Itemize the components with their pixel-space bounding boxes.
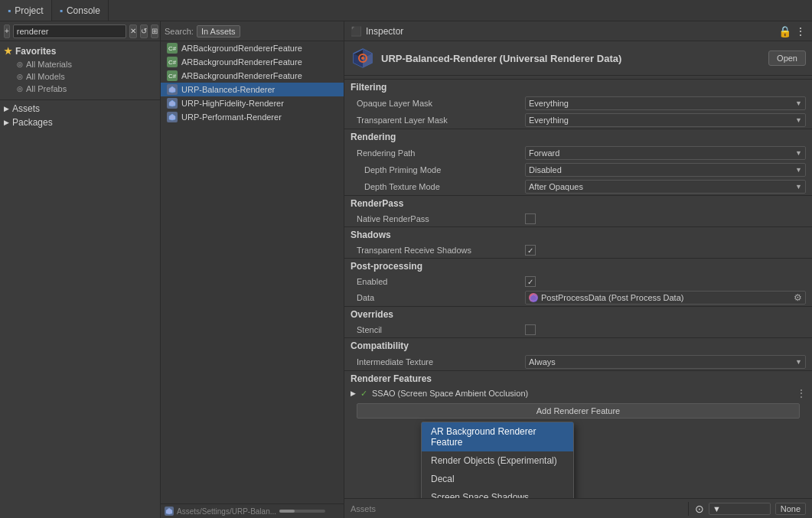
popup-item-ar-background[interactable]: AR Background Renderer Feature bbox=[422, 422, 573, 451]
postprocessing-data-label: Data bbox=[357, 293, 525, 302]
postprocessing-settings-icon[interactable]: ⚙ bbox=[794, 292, 802, 303]
top-bar: ▪ Project ▪ Console bbox=[0, 0, 812, 21]
depth-priming-mode-value: Disabled ▼ bbox=[525, 163, 806, 177]
inspector-topbar: ⬛ Inspector 🔒 ⋮ bbox=[344, 21, 812, 41]
file-item-ar3[interactable]: C# ARBackgroundRendererFeature bbox=[161, 69, 344, 83]
opaque-layer-mask-text: Everything bbox=[529, 99, 569, 108]
bottom-path-icon bbox=[165, 507, 174, 516]
overrides-label: Overrides bbox=[351, 309, 393, 320]
bottom-row: Assets ⊙ ▼ None bbox=[344, 498, 812, 518]
transparent-layer-mask-text: Everything bbox=[529, 116, 569, 125]
add-button[interactable]: + bbox=[4, 24, 10, 38]
native-renderpass-checkbox[interactable] bbox=[525, 213, 536, 224]
stencil-value bbox=[525, 324, 806, 335]
more-options-icon[interactable]: ⋮ bbox=[795, 25, 806, 37]
refresh-button[interactable]: ↺ bbox=[140, 24, 148, 38]
filtering-section: Filtering Opaque Layer Mask Everything ▼… bbox=[344, 79, 812, 129]
view-button[interactable]: ⊞ bbox=[151, 24, 158, 38]
favorites-header[interactable]: ★ Favorites bbox=[0, 44, 160, 58]
in-assets-button[interactable]: In Assets bbox=[197, 25, 240, 37]
file-item-urp-balanced[interactable]: URP-Balanced-Renderer bbox=[161, 83, 344, 96]
opaque-layer-mask-dropdown[interactable]: Everything ▼ bbox=[525, 96, 806, 110]
opaque-layer-mask-arrow: ▼ bbox=[795, 99, 802, 107]
fav-item-all-materials[interactable]: ◎ All Materials bbox=[0, 58, 160, 70]
opaque-layer-mask-value: Everything ▼ bbox=[525, 96, 806, 110]
file-icon-ar2: C# bbox=[167, 57, 178, 67]
tab-inspector[interactable]: ⬛ Inspector bbox=[351, 26, 403, 37]
intermediate-texture-dropdown[interactable]: Always ▼ bbox=[525, 355, 806, 369]
renderpass-label: RenderPass bbox=[351, 198, 403, 209]
depth-priming-mode-dropdown[interactable]: Disabled ▼ bbox=[525, 163, 806, 177]
popup-item-decal[interactable]: Decal bbox=[422, 470, 573, 488]
path-slider[interactable] bbox=[279, 510, 325, 513]
search-row: Search: In Assets bbox=[161, 21, 344, 41]
file-item-ar1[interactable]: C# ARBackgroundRendererFeature bbox=[161, 41, 344, 55]
rendering-path-row: Rendering Path Forward ▼ bbox=[344, 145, 812, 161]
ssao-check-icon[interactable]: ✓ bbox=[360, 389, 367, 399]
search-input[interactable] bbox=[13, 24, 126, 38]
transparent-receive-shadows-value bbox=[525, 245, 806, 256]
fav-label-all-models: All Models bbox=[26, 72, 65, 81]
sidebar-item-packages[interactable]: ▶ Packages bbox=[0, 116, 160, 129]
depth-texture-mode-label: Depth Texture Mode bbox=[357, 182, 525, 191]
intermediate-texture-value: Always ▼ bbox=[525, 355, 806, 369]
rendering-label: Rendering bbox=[351, 132, 396, 142]
intermediate-texture-arrow: ▼ bbox=[795, 358, 802, 366]
postprocessing-section: Post-processing Enabled Data bbox=[344, 258, 812, 306]
inspector-tab-icon: ⬛ bbox=[351, 26, 362, 37]
middle-panel: Search: In Assets C# ARBackgroundRendere… bbox=[161, 21, 344, 518]
ssao-row: ▶ ✓ SSAO (Screen Space Ambient Occlusion… bbox=[344, 386, 812, 400]
ssao-arrow-icon: ▶ bbox=[351, 389, 356, 397]
fav-item-all-prefabs[interactable]: ◎ All Prefabs bbox=[0, 83, 160, 95]
popup-item-screen-space-shadows[interactable]: Screen Space Shadows bbox=[422, 488, 573, 498]
lock-icon[interactable]: 🔒 bbox=[778, 25, 791, 37]
rendering-path-arrow: ▼ bbox=[795, 149, 802, 157]
stencil-checkbox[interactable] bbox=[525, 324, 536, 335]
rendering-path-value: Forward ▼ bbox=[525, 146, 806, 160]
open-button[interactable]: Open bbox=[768, 50, 806, 66]
left-panel: + ✕ ↺ ⊞ ★ 8 ★ Favorites ◎ All Materials … bbox=[0, 21, 161, 518]
sidebar-item-assets[interactable]: ▶ Assets bbox=[0, 102, 160, 116]
fav-item-all-models[interactable]: ◎ All Models bbox=[0, 70, 160, 83]
bottom-path-text: Assets/Settings/URP-Balan... bbox=[177, 507, 276, 516]
transparent-receive-shadows-checkbox[interactable] bbox=[525, 245, 536, 256]
ssao-label: SSAO (Screen Space Ambient Occlusion) bbox=[372, 389, 792, 398]
transparent-layer-mask-value: Everything ▼ bbox=[525, 113, 806, 127]
bottom-none-label: None bbox=[781, 504, 801, 513]
file-label-ar2: ARBackgroundRendererFeature bbox=[181, 57, 302, 67]
depth-texture-mode-text: After Opaques bbox=[529, 182, 583, 191]
add-renderer-feature-button[interactable]: Add Renderer Feature bbox=[357, 403, 800, 419]
overrides-section: Overrides Stencil bbox=[344, 306, 812, 337]
bottom-dropdown[interactable]: ▼ bbox=[709, 503, 771, 515]
rendering-section: Rendering Rendering Path Forward ▼ Depth… bbox=[344, 129, 812, 195]
renderpass-header: RenderPass bbox=[344, 195, 812, 211]
file-item-urp-performant[interactable]: URP-Performant-Renderer bbox=[161, 110, 344, 124]
bottom-path: Assets/Settings/URP-Balan... bbox=[161, 503, 344, 518]
renderer-features-header: Renderer Features bbox=[344, 370, 812, 386]
transparent-layer-mask-row: Transparent Layer Mask Everything ▼ bbox=[344, 112, 812, 129]
project-tab-label: Project bbox=[15, 5, 43, 16]
svg-marker-1 bbox=[169, 100, 175, 106]
compatibility-label: Compatibility bbox=[351, 340, 409, 351]
file-item-urp-hifidelity[interactable]: URP-HighFidelity-Renderer bbox=[161, 96, 344, 110]
native-renderpass-row: Native RenderPass bbox=[344, 211, 812, 226]
bottom-pick-icon[interactable]: ⊙ bbox=[695, 503, 704, 515]
clear-search-button[interactable]: ✕ bbox=[129, 24, 137, 38]
tab-project[interactable]: ▪ Project bbox=[0, 0, 52, 21]
file-label-ar3: ARBackgroundRendererFeature bbox=[181, 71, 302, 80]
bottom-none-button[interactable]: None bbox=[775, 503, 806, 515]
shadows-section: Shadows Transparent Receive Shadows bbox=[344, 226, 812, 258]
ssao-more-icon[interactable]: ⋮ bbox=[797, 388, 806, 399]
depth-texture-mode-dropdown[interactable]: After Opaques ▼ bbox=[525, 180, 806, 194]
popup-item-render-objects[interactable]: Render Objects (Experimental) bbox=[422, 451, 573, 470]
tab-console[interactable]: ▪ Console bbox=[52, 0, 109, 21]
svg-marker-3 bbox=[166, 508, 172, 514]
rendering-path-dropdown[interactable]: Forward ▼ bbox=[525, 146, 806, 160]
inspector-title: URP-Balanced-Renderer (Universal Rendere… bbox=[381, 53, 762, 64]
transparent-layer-mask-dropdown[interactable]: Everything ▼ bbox=[525, 113, 806, 127]
add-renderer-feature-container: Add Renderer Feature AR Background Rende… bbox=[344, 400, 812, 422]
file-item-ar2[interactable]: C# ARBackgroundRendererFeature bbox=[161, 55, 344, 69]
stencil-row: Stencil bbox=[344, 322, 812, 337]
postprocessing-enabled-checkbox[interactable] bbox=[525, 276, 536, 287]
postprocessing-data-field[interactable]: PostProcessData (Post Process Data) ⚙ bbox=[525, 291, 806, 305]
